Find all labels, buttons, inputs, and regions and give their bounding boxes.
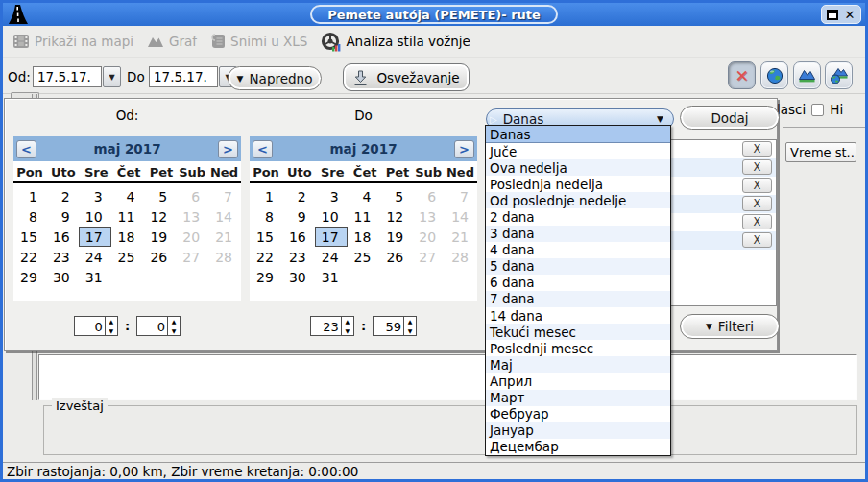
spin-down-icon[interactable]: ▼ <box>168 326 180 336</box>
from-hour-spinner[interactable]: 0 ▲ ▼ <box>74 316 118 336</box>
calendar-day[interactable] <box>348 267 380 287</box>
calendar-day[interactable]: 29 <box>13 267 46 287</box>
calendar-day[interactable]: 18 <box>111 227 144 247</box>
remove-row-button[interactable]: X <box>742 214 772 229</box>
calendar-day[interactable]: 6 <box>412 186 445 206</box>
calendar-day[interactable] <box>379 267 412 287</box>
calendar-day[interactable]: 22 <box>13 247 46 267</box>
calendar-day[interactable]: 31 <box>315 267 348 287</box>
calendar-day[interactable] <box>111 267 144 287</box>
calendar-day[interactable]: 1 <box>13 186 46 206</box>
spin-up-icon[interactable]: ▲ <box>106 317 117 326</box>
calendar-day[interactable]: 29 <box>250 267 282 287</box>
dropdown-option[interactable]: Danas <box>486 126 670 143</box>
close-button[interactable]: ✕ <box>842 8 857 22</box>
calendar-day[interactable]: 2 <box>282 186 315 206</box>
calendar-day[interactable]: 7 <box>445 186 477 206</box>
toggle-map-view[interactable] <box>760 61 788 89</box>
calendar-day[interactable]: 16 <box>46 227 79 247</box>
to-minute-spinner[interactable]: 59 ▲ ▼ <box>373 316 417 336</box>
add-button[interactable]: Dodaj <box>680 106 780 130</box>
spin-buttons[interactable]: ▲ ▼ <box>403 317 416 335</box>
calendar-day[interactable]: 8 <box>13 206 46 227</box>
calendar-day[interactable]: 16 <box>282 227 315 247</box>
calendar-day[interactable]: 22 <box>250 247 282 267</box>
remove-row-button[interactable]: X <box>742 178 772 193</box>
calendar-day[interactable]: 12 <box>379 206 412 227</box>
calendar-day[interactable]: 6 <box>176 186 208 206</box>
calendar-day[interactable] <box>176 267 208 287</box>
toggle-close-red-x[interactable]: ✕ <box>728 61 756 89</box>
calendar-day[interactable]: 11 <box>348 206 380 227</box>
spin-up-icon[interactable]: ▲ <box>404 317 416 326</box>
calendar-day[interactable]: 27 <box>176 247 208 267</box>
prev-month-button[interactable]: < <box>253 140 273 158</box>
toggle-graph-view[interactable] <box>793 61 821 89</box>
calendar-day[interactable]: 21 <box>208 227 241 247</box>
calendar-day[interactable] <box>445 267 477 287</box>
calendar-day[interactable]: 28 <box>208 247 241 267</box>
prev-month-button[interactable]: < <box>16 140 36 158</box>
calendar-day[interactable] <box>208 267 241 287</box>
calendar-day[interactable]: 14 <box>445 206 477 227</box>
calendar-day[interactable] <box>412 267 445 287</box>
calendar-day[interactable]: 13 <box>412 206 445 227</box>
calendar-day[interactable]: 9 <box>282 206 315 227</box>
calendar-day[interactable]: 26 <box>143 247 176 267</box>
dropdown-option[interactable]: 2 dana <box>486 208 670 225</box>
calendar-day[interactable]: 5 <box>379 186 412 206</box>
calendar-day[interactable]: 3 <box>79 186 111 206</box>
history-checkbox[interactable] <box>811 104 824 116</box>
calendar-day[interactable]: 1 <box>250 186 282 206</box>
column-header-vreme[interactable]: Vreme st... <box>785 142 856 162</box>
remove-row-button[interactable]: X <box>742 196 772 211</box>
calendar-day[interactable]: 30 <box>282 267 315 287</box>
calendar-day[interactable]: 19 <box>143 227 176 247</box>
calendar-day[interactable]: 17 <box>79 227 111 247</box>
calendar-day[interactable]: 31 <box>79 267 111 287</box>
calendar-day[interactable]: 10 <box>79 206 111 227</box>
calendar-day[interactable]: 25 <box>348 247 380 267</box>
to-date-input[interactable] <box>149 66 218 87</box>
dropdown-option[interactable]: Април <box>486 373 670 389</box>
dropdown-option[interactable]: Poslednji mesec <box>486 340 670 356</box>
advanced-button[interactable]: ▼ Napredno <box>228 66 322 90</box>
from-date-input[interactable] <box>33 66 102 87</box>
calendar-day[interactable]: 20 <box>412 227 445 247</box>
calendar-day[interactable]: 23 <box>46 247 79 267</box>
calendar-day[interactable]: 25 <box>111 247 144 267</box>
calendar-day[interactable]: 18 <box>348 227 380 247</box>
from-minute-spinner[interactable]: 0 ▲ ▼ <box>136 316 181 336</box>
graph-button[interactable]: Graf <box>145 32 203 51</box>
dropdown-option[interactable]: 5 dana <box>486 258 670 275</box>
calendar-day[interactable]: 30 <box>46 267 79 287</box>
remove-row-button[interactable]: X <box>742 159 772 175</box>
refresh-button[interactable]: Osvežavanje <box>343 63 470 91</box>
dropdown-option[interactable]: Децембар <box>486 439 670 455</box>
calendar-day[interactable]: 9 <box>46 206 79 227</box>
show-on-map-button[interactable]: Prikaži na mapi <box>11 32 139 51</box>
dropdown-option[interactable]: Март <box>486 390 670 406</box>
calendar-day[interactable]: 13 <box>176 206 208 227</box>
spin-buttons[interactable]: ▲ ▼ <box>105 317 117 335</box>
spin-down-icon[interactable]: ▼ <box>106 326 117 336</box>
spin-down-icon[interactable]: ▼ <box>342 326 353 336</box>
calendar-day[interactable]: 20 <box>176 227 208 247</box>
next-month-button[interactable]: > <box>454 140 474 158</box>
maximize-button[interactable] <box>825 8 840 22</box>
next-month-button[interactable]: > <box>218 140 238 158</box>
dropdown-option[interactable]: Ova nedelja <box>486 159 670 176</box>
calendar-day[interactable]: 10 <box>315 206 348 227</box>
calendar-day[interactable]: 4 <box>111 186 144 206</box>
remove-row-button[interactable]: X <box>742 141 772 157</box>
calendar-day[interactable]: 24 <box>79 247 111 267</box>
calendar-day[interactable]: 21 <box>445 227 477 247</box>
dropdown-option[interactable]: Poslednja nedelja <box>486 176 670 192</box>
calendar-day[interactable]: 26 <box>379 247 412 267</box>
spin-up-icon[interactable]: ▲ <box>168 317 180 326</box>
calendar-day[interactable]: 24 <box>315 247 348 267</box>
calendar-day[interactable]: 15 <box>250 227 282 247</box>
dropdown-option[interactable]: 7 dana <box>486 291 670 307</box>
calendar-day[interactable]: 2 <box>46 186 79 206</box>
dropdown-option[interactable]: Јануар <box>486 422 670 439</box>
